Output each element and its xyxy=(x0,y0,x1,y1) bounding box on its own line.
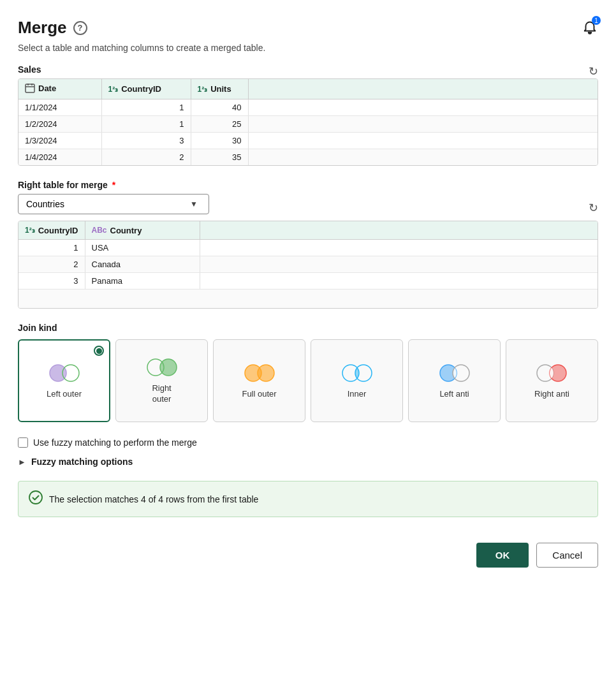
join-left-anti-label: Left anti xyxy=(439,389,469,400)
svg-rect-0 xyxy=(26,84,34,92)
venn-inner xyxy=(341,362,374,384)
sales-table-body: 1/1/2024 1 40 1/2/2024 1 25 1/3/2024 3 3… xyxy=(18,99,598,166)
title-row: Merge ? xyxy=(18,18,87,38)
sales-refresh-button[interactable]: ↻ xyxy=(589,66,598,77)
country-empty xyxy=(200,239,598,256)
svg-point-22 xyxy=(29,491,42,504)
svg-point-9 xyxy=(258,365,274,381)
countries-table-body: 1 USA 2 Canada 3 Panama xyxy=(18,239,598,308)
sales-empty xyxy=(248,99,598,116)
page-header: Merge ? 1 xyxy=(18,18,598,38)
check-icon-svg xyxy=(29,490,43,504)
sales-label: Sales xyxy=(18,64,41,75)
countries-col-id: 1²₃ CountryID xyxy=(18,221,85,239)
right-table-label-row: Right table for merge * xyxy=(18,180,115,190)
venn-full-outer xyxy=(243,362,276,384)
join-option-left-anti[interactable]: Left anti xyxy=(408,339,501,422)
sales-date: 1/3/2024 xyxy=(18,133,101,149)
join-kind-section: Join kind Left outer Rightouter xyxy=(18,323,598,422)
table-row: 1 USA xyxy=(18,239,598,256)
status-message: The selection matches 4 of 4 rows from t… xyxy=(18,481,598,517)
fuzzy-matching-check: Use fuzzy matching to perform the merge xyxy=(18,437,598,448)
sales-col-units: 1²₃ Units xyxy=(191,79,248,99)
country-name: Canada xyxy=(85,256,200,272)
table-row: 1/3/2024 3 30 xyxy=(18,133,598,149)
subtitle: Select a table and matching columns to c… xyxy=(18,43,598,53)
page-title: Merge xyxy=(18,18,67,38)
right-table-refresh-button[interactable]: ↻ xyxy=(589,202,598,214)
footer-actions: OK Cancel xyxy=(18,536,598,568)
country-empty xyxy=(200,256,598,272)
sales-table-header-row: Date 1²₃ CountryID 1²₃ Units xyxy=(18,79,598,99)
notification-badge: 1 xyxy=(592,16,601,25)
chevron-right-icon: ► xyxy=(18,457,26,467)
country-id: 1 xyxy=(18,239,85,256)
country-empty xyxy=(200,272,598,289)
help-icon[interactable]: ? xyxy=(73,21,87,35)
join-right-outer-label: Rightouter xyxy=(152,383,171,405)
sales-countryid: 3 xyxy=(101,133,191,149)
right-table-dropdown-container: Countries ▼ xyxy=(18,194,209,214)
sales-units: 40 xyxy=(191,99,248,116)
ok-button[interactable]: OK xyxy=(476,543,529,568)
fuzzy-matching-checkbox[interactable] xyxy=(18,437,28,448)
table-row: 2 Canada xyxy=(18,256,598,272)
calendar-icon xyxy=(25,83,35,93)
sales-countryid: 1 xyxy=(101,116,191,133)
countries-col-country: ABc Country xyxy=(85,221,200,239)
country-name: USA xyxy=(85,239,200,256)
table-row: 3 Panama xyxy=(18,272,598,289)
sales-countryid: 1 xyxy=(101,99,191,116)
cancel-button[interactable]: Cancel xyxy=(536,543,598,568)
join-right-anti-label: Right anti xyxy=(534,389,569,400)
countries-header-row: 1²₃ CountryID ABc Country xyxy=(18,221,598,239)
join-option-right-anti[interactable]: Right anti xyxy=(506,339,598,422)
country-name: Panama xyxy=(85,272,200,289)
sales-date: 1/1/2024 xyxy=(18,99,101,116)
venn-right-outer xyxy=(145,356,179,378)
sales-countryid: 2 xyxy=(101,149,191,166)
venn-right-anti xyxy=(535,362,568,384)
country-id: 3 xyxy=(18,272,85,289)
join-option-full-outer[interactable]: Full outer xyxy=(213,339,305,422)
sales-units: 30 xyxy=(191,133,248,149)
join-options-container: Left outer Rightouter Full outer xyxy=(18,339,598,422)
fuzzy-options-label: Fuzzy matching options xyxy=(31,457,133,467)
sales-section-header: Sales ↻ xyxy=(18,64,598,78)
join-option-left-outer[interactable]: Left outer xyxy=(18,339,110,422)
sales-table-container: Date 1²₃ CountryID 1²₃ Units xyxy=(18,78,598,166)
country-id: 2 xyxy=(18,256,85,272)
fuzzy-matching-checkbox-label[interactable]: Use fuzzy matching to perform the merge xyxy=(33,437,197,448)
sales-table: Date 1²₃ CountryID 1²₃ Units xyxy=(18,79,598,165)
sales-units: 25 xyxy=(191,116,248,133)
notification-icon[interactable]: 1 xyxy=(582,18,598,37)
right-table-header: Right table for merge * xyxy=(18,180,598,190)
svg-point-7 xyxy=(160,359,177,376)
join-option-right-outer[interactable]: Rightouter xyxy=(115,339,208,422)
countries-table-container: 1²₃ CountryID ABc Country 1 xyxy=(18,221,598,309)
venn-left-anti xyxy=(438,362,471,384)
sales-units: 35 xyxy=(191,149,248,166)
check-circle-icon xyxy=(29,490,43,508)
fuzzy-options-row[interactable]: ► Fuzzy matching options xyxy=(18,457,598,467)
join-kind-label: Join kind xyxy=(18,323,598,333)
right-table-section: Right table for merge * Countries ▼ ↻ 1²… xyxy=(18,180,598,309)
countries-table: 1²₃ CountryID ABc Country 1 xyxy=(18,221,598,308)
countries-col-empty xyxy=(200,221,598,239)
svg-point-4 xyxy=(50,365,66,381)
sales-col-countryid: 1²₃ CountryID xyxy=(101,79,191,99)
sales-col-empty xyxy=(248,79,598,99)
join-inner-label: Inner xyxy=(348,389,367,400)
venn-left-outer xyxy=(48,362,81,384)
join-left-outer-label: Left outer xyxy=(47,389,82,400)
join-full-outer-label: Full outer xyxy=(242,389,276,400)
table-row: 1/1/2024 1 40 xyxy=(18,99,598,116)
right-table-label: Right table for merge * xyxy=(18,180,115,190)
sales-date: 1/2/2024 xyxy=(18,116,101,133)
sales-date: 1/4/2024 xyxy=(18,149,101,166)
join-option-inner[interactable]: Inner xyxy=(311,339,403,422)
table-row: 1/4/2024 2 35 xyxy=(18,149,598,166)
sales-empty xyxy=(248,133,598,149)
sales-empty xyxy=(248,116,598,133)
right-table-select[interactable]: Countries xyxy=(18,194,209,214)
